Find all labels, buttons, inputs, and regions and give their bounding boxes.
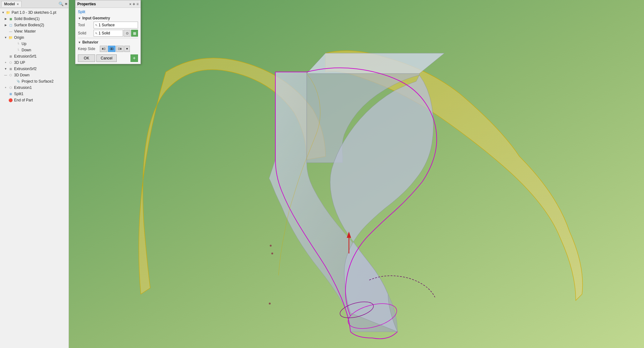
up-icon: └ bbox=[16, 41, 21, 46]
tree-label-extrusion-srf2: ExtrusionSrf2 bbox=[14, 67, 37, 71]
tool-row: Tool ↖ 1 Surface bbox=[78, 22, 138, 28]
svg-point-6 bbox=[271, 253, 273, 254]
keep-side-dropdown[interactable]: ▼ bbox=[124, 46, 130, 52]
split-link[interactable]: Split bbox=[78, 10, 138, 14]
behavior-header: ▼ Behavior bbox=[78, 40, 138, 44]
model-tab-label: Model bbox=[4, 2, 15, 6]
solid-grid-btn[interactable]: ▦ bbox=[131, 30, 138, 37]
tree-item-down[interactable]: ▶ └ Down bbox=[0, 47, 69, 53]
keep-side-label: Keep Side bbox=[78, 47, 100, 51]
tree-label-extrusion1: Extrusion1 bbox=[14, 85, 32, 90]
cancel-button[interactable]: Cancel bbox=[96, 54, 117, 62]
solid-label: Solid bbox=[78, 31, 94, 35]
tree-item-extrusion-srf2[interactable]: ▼ ▦ ExtrusionSrf2 bbox=[0, 66, 69, 72]
solid-bodies-icon: ◼ bbox=[8, 16, 13, 21]
solid-circle-btn[interactable]: ⊙ bbox=[124, 30, 130, 37]
tree-item-view-master[interactable]: ▶ — View: Master bbox=[0, 28, 69, 34]
ok-button[interactable]: OK bbox=[78, 54, 95, 62]
tree-label-surface-bodies: Surface Bodies(2) bbox=[14, 23, 44, 27]
dialog-menu-btn[interactable]: ≡ bbox=[136, 2, 139, 6]
tab-bar: Model × 🔍 ≡ bbox=[0, 0, 69, 8]
input-geometry-arrow[interactable]: ▼ bbox=[78, 17, 81, 20]
tree-label-end-of-part: End of Part bbox=[14, 98, 33, 102]
keep-side-right-btn[interactable] bbox=[116, 46, 124, 52]
scene-svg bbox=[69, 0, 644, 348]
tree-label-3d-down: 3D Down bbox=[14, 73, 29, 77]
tree-label-up: Up bbox=[22, 42, 26, 46]
solid-value-field[interactable]: ↖ 1 Solid bbox=[94, 30, 123, 37]
svg-rect-10 bbox=[110, 48, 111, 50]
expand-arrow-extrusion1[interactable]: + bbox=[4, 86, 8, 90]
search-icon[interactable]: 🔍 bbox=[59, 2, 64, 6]
view-master-icon: — bbox=[8, 29, 13, 34]
tree-item-surface-bodies[interactable]: ▶ ◻ Surface Bodies(2) bbox=[0, 22, 69, 28]
svg-point-7 bbox=[269, 303, 271, 304]
tree-item-end-of-part[interactable]: ▶ 🔴 End of Part bbox=[0, 97, 69, 103]
expand-arrow-solid-bodies[interactable]: ▶ bbox=[4, 17, 8, 21]
tree-item-split1[interactable]: ▶ ▦ Split1 bbox=[0, 91, 69, 97]
tab-actions: 🔍 ≡ bbox=[59, 2, 67, 6]
expand-arrow-3d-down[interactable]: — bbox=[4, 73, 8, 77]
behavior-arrow[interactable]: ▼ bbox=[78, 41, 81, 44]
dialog-buttons: OK Cancel + bbox=[78, 54, 138, 62]
project-icon: 📎 bbox=[16, 79, 21, 84]
end-of-part-icon: 🔴 bbox=[8, 98, 13, 103]
tree-label-3d-up: 3D UP bbox=[14, 60, 25, 65]
svg-rect-13 bbox=[118, 48, 120, 50]
tool-arrow-icon: ↖ bbox=[95, 23, 98, 27]
surface-bodies-icon: ◻ bbox=[8, 23, 13, 28]
tree-item-solid-bodies[interactable]: ▶ ◼ Solid Bodies(1) bbox=[0, 16, 69, 22]
tree-label-extrusion-srf1: ExtrusionSrf1 bbox=[14, 54, 37, 59]
solid-row: Solid ↖ 1 Solid ⊙ ▦ bbox=[78, 30, 138, 37]
model-tab-close[interactable]: × bbox=[17, 3, 19, 6]
solid-arrow-icon: ↖ bbox=[95, 32, 98, 35]
viewport[interactable]: Properties × + ≡ Split ▼ Input Geometry … bbox=[69, 0, 644, 348]
dialog-content: Split ▼ Input Geometry Tool ↖ 1 Surface … bbox=[75, 8, 141, 64]
tree-item-extrusion-srf1[interactable]: ▶ ▦ ExtrusionSrf1 bbox=[0, 53, 69, 59]
add-button[interactable]: + bbox=[130, 54, 138, 62]
svg-rect-14 bbox=[120, 48, 121, 50]
tree-label-origin: Origin bbox=[14, 35, 24, 40]
left-panel: Model × 🔍 ≡ ▼ 📁 Part 1.0 - 3D sketches-1… bbox=[0, 0, 69, 348]
svg-rect-9 bbox=[104, 48, 105, 50]
separator-1 bbox=[78, 38, 138, 38]
keep-side-row: Keep Side ▼ bbox=[78, 46, 138, 52]
tree-label-split1: Split1 bbox=[14, 92, 23, 96]
tree-item-project-surface2[interactable]: ▶ 📎 Project to Surface2 bbox=[0, 78, 69, 84]
keep-side-middle-btn[interactable] bbox=[108, 46, 115, 52]
behavior-label: Behavior bbox=[82, 40, 98, 44]
expand-arrow-3d-up[interactable]: + bbox=[4, 61, 8, 64]
dialog-add-btn[interactable]: + bbox=[133, 2, 135, 7]
svg-rect-8 bbox=[102, 48, 103, 50]
model-tab[interactable]: Model × bbox=[1, 1, 22, 7]
menu-icon[interactable]: ≡ bbox=[65, 2, 67, 6]
dialog-title: Properties bbox=[77, 2, 128, 6]
dialog-close-icon[interactable]: × bbox=[129, 2, 131, 6]
tree-item-3d-up[interactable]: + ⬡ 3D UP bbox=[0, 59, 69, 66]
tool-value-field[interactable]: ↖ 1 Surface bbox=[94, 22, 138, 28]
solid-value-text: 1 Solid bbox=[99, 31, 121, 35]
expand-arrow-origin[interactable]: ▼ bbox=[4, 36, 8, 39]
svg-point-5 bbox=[270, 245, 272, 247]
tree-item-3d-down[interactable]: — ⬡ 3D Down bbox=[0, 72, 69, 78]
3d-up-icon: ⬡ bbox=[8, 60, 13, 65]
expand-arrow-surface-bodies[interactable]: ▶ bbox=[4, 23, 8, 27]
expand-arrow-extrusion-srf2[interactable]: ▼ bbox=[4, 67, 8, 71]
extrusion1-icon: ⬡ bbox=[8, 85, 13, 90]
extrusion-srf1-icon: ▦ bbox=[8, 54, 13, 59]
folder-icon-part: 📁 bbox=[6, 10, 11, 15]
keep-side-buttons: ▼ bbox=[100, 46, 130, 52]
behavior-section: ▼ Behavior Keep Side bbox=[78, 40, 138, 52]
keep-side-left-btn[interactable] bbox=[100, 46, 107, 52]
tree-item-origin[interactable]: ▼ 📁 Origin bbox=[0, 34, 69, 41]
tree-item-up[interactable]: ▶ └ Up bbox=[0, 41, 69, 47]
tree-item-extrusion1[interactable]: + ⬡ Extrusion1 bbox=[0, 84, 69, 91]
expand-arrow-part[interactable]: ▼ bbox=[1, 11, 5, 14]
input-geometry-section: ▼ Input Geometry bbox=[78, 16, 138, 20]
split1-icon: ▦ bbox=[8, 91, 13, 96]
tree-item-part[interactable]: ▼ 📁 Part 1.0 - 3D sketches-1.pt bbox=[0, 9, 69, 16]
svg-rect-11 bbox=[112, 48, 113, 50]
3d-down-icon: ⬡ bbox=[8, 73, 13, 78]
extrusion-srf2-icon: ▦ bbox=[8, 66, 13, 71]
origin-icon: 📁 bbox=[8, 35, 13, 40]
